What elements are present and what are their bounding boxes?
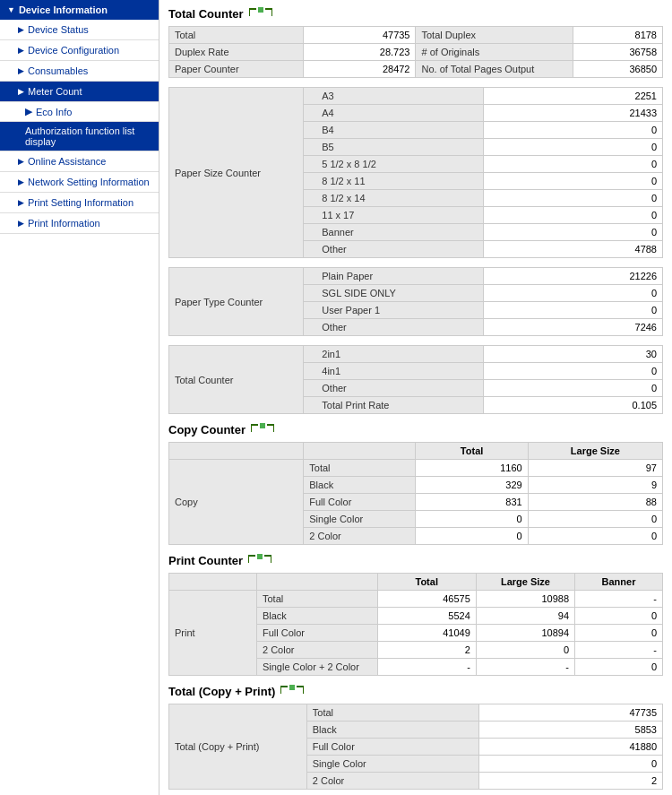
size-label: 5 1/2 x 8 1/2 <box>304 156 483 173</box>
total-copy-print-title: Total (Copy + Print) <box>168 685 275 698</box>
svg-rect-1 <box>260 423 265 428</box>
type-value: 0 <box>483 302 662 319</box>
copy-sub-label: 2 Color <box>304 528 416 545</box>
value-cell: 47735 <box>304 27 416 44</box>
sidebar-item-label: Authorization function list display <box>25 125 151 147</box>
sidebar-item-device-configuration[interactable]: ▶ Device Configuration <box>0 40 159 61</box>
print-banner: 0 <box>575 625 663 642</box>
sidebar-header: ▼ Device Information <box>0 0 159 20</box>
main-content: Total Counter Total 47735 Total Duplex 8… <box>159 0 672 795</box>
print-counter-table: Total Large Size Banner Print Total 4657… <box>168 573 663 676</box>
print-sub-label: Black <box>256 608 377 625</box>
total-copy-print-table: Total (Copy + Print) Total 47735 Black 5… <box>168 704 663 790</box>
col-header-total: Total <box>377 574 476 591</box>
print-counter-header: Print Counter <box>168 554 663 567</box>
type-value: 21226 <box>483 268 662 285</box>
copy-large: 9 <box>528 477 662 494</box>
chevron-right-icon: ▶ <box>18 177 24 186</box>
print-sub-label: Full Color <box>256 625 377 642</box>
table-row: Paper Type Counter Plain Paper 21226 <box>169 268 663 285</box>
size-label: Other <box>304 241 483 258</box>
sidebar-item-meter-count[interactable]: ▶ Meter Count <box>0 82 159 102</box>
copy-large: 0 <box>528 511 662 528</box>
sidebar-item-label: Device Configuration <box>28 45 119 56</box>
size-value: 0 <box>483 173 662 190</box>
table-row: Total Counter 2in1 30 <box>169 346 663 363</box>
chevron-right-icon: ▶ <box>18 198 24 207</box>
sidebar-item-consumables[interactable]: ▶ Consumables <box>0 61 159 82</box>
sidebar-item-print-information[interactable]: ▶ Print Information <box>0 213 159 234</box>
print-sub-label: Total <box>256 591 377 608</box>
sidebar-item-print-setting[interactable]: ▶ Print Setting Information <box>0 193 159 213</box>
print-large: 0 <box>476 642 574 659</box>
col-header <box>169 443 304 460</box>
label-cell: Total <box>169 27 304 44</box>
sidebar-item-device-status[interactable]: ▶ Device Status <box>0 20 159 40</box>
value-cell: 36758 <box>573 44 662 61</box>
size-label: Banner <box>304 224 483 241</box>
table-row: Total 47735 Total Duplex 8178 <box>169 27 663 44</box>
size-value: 0 <box>483 207 662 224</box>
tcp-label: 2 Color <box>306 773 478 790</box>
tcp-value: 41880 <box>478 739 662 756</box>
tc-value: 0.105 <box>483 397 662 414</box>
tcp-label: Black <box>306 722 478 739</box>
size-value: 21433 <box>483 105 662 122</box>
col-header <box>169 574 257 591</box>
bracket-icon <box>248 554 271 567</box>
copy-counter-header: Copy Counter <box>168 423 663 436</box>
copy-total: 831 <box>416 494 528 511</box>
value-cell: 36850 <box>573 61 662 78</box>
tcp-group-label: Total (Copy + Print) <box>169 704 307 790</box>
svg-rect-3 <box>289 685 295 690</box>
tc-label: Other <box>304 380 483 397</box>
size-label: B4 <box>304 122 483 139</box>
sidebar-item-label: Print Setting Information <box>28 197 134 208</box>
total-copy-print-header: Total (Copy + Print) <box>168 685 663 698</box>
svg-rect-2 <box>257 554 263 559</box>
tc-label: 4in1 <box>304 363 483 380</box>
paper-type-counter-table: Paper Type Counter Plain Paper 21226 SGL… <box>168 267 663 336</box>
print-large: 94 <box>476 608 574 625</box>
copy-large: 0 <box>528 528 662 545</box>
bracket-icon <box>251 423 274 436</box>
type-label: Plain Paper <box>304 268 483 285</box>
sidebar-item-eco-info[interactable]: ▶ Eco Info <box>0 102 159 122</box>
size-value: 0 <box>483 156 662 173</box>
print-banner: - <box>575 591 663 608</box>
sidebar-header-label: Device Information <box>19 4 108 15</box>
label-cell: No. of Total Pages Output <box>416 61 573 78</box>
table-row: Total (Copy + Print) Total 47735 <box>169 704 663 722</box>
label-cell: Duplex Rate <box>169 44 304 61</box>
label-cell: Paper Counter <box>169 61 304 78</box>
size-label: 11 x 17 <box>304 207 483 224</box>
copy-counter-table: Total Large Size Copy Total 1160 97 Blac… <box>168 442 663 545</box>
table-header-row: Total Large Size <box>169 443 663 460</box>
print-total: 41049 <box>377 625 476 642</box>
col-header <box>256 574 377 591</box>
value-cell: 28472 <box>304 61 416 78</box>
size-value: 0 <box>483 122 662 139</box>
tcp-value: 47735 <box>478 704 662 722</box>
size-value: 2251 <box>483 88 662 105</box>
print-label: Print <box>169 591 257 676</box>
sidebar-item-label: Device Status <box>28 24 89 35</box>
chevron-right-icon: ▶ <box>18 66 24 75</box>
chevron-right-icon: ▶ <box>18 157 24 166</box>
copy-total: 0 <box>416 528 528 545</box>
copy-total: 0 <box>416 511 528 528</box>
copy-large: 88 <box>528 494 662 511</box>
copy-sub-label: Total <box>304 460 416 477</box>
total-counter-title: Total Counter <box>168 7 244 21</box>
size-label: 8 1/2 x 14 <box>304 190 483 207</box>
sidebar-item-network-setting[interactable]: ▶ Network Setting Information <box>0 172 159 193</box>
sidebar-item-auth-function[interactable]: Authorization function list display <box>0 122 159 151</box>
print-banner: 0 <box>575 608 663 625</box>
print-large: - <box>476 659 574 676</box>
print-large: 10894 <box>476 625 574 642</box>
sidebar-item-online-assistance[interactable]: ▶ Online Assistance <box>0 151 159 172</box>
bracket-icon <box>249 7 272 21</box>
copy-total: 329 <box>416 477 528 494</box>
copy-counter-title: Copy Counter <box>168 423 246 436</box>
print-total: - <box>377 659 476 676</box>
